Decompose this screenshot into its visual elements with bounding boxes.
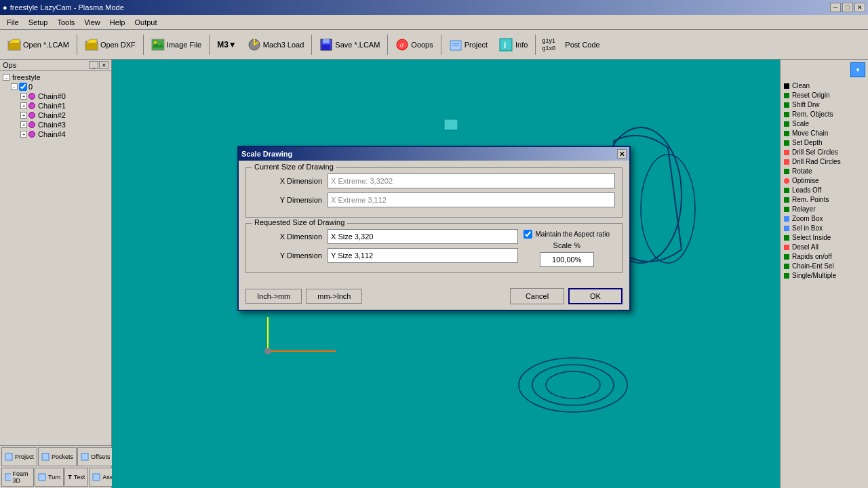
image-file-button[interactable]: Image File <box>146 33 206 57</box>
toolbar-divider-6 <box>441 35 441 55</box>
checkbox-0[interactable] <box>19 83 27 91</box>
right-top-area: ▼ <box>782 61 867 79</box>
svg-rect-47 <box>784 197 789 203</box>
post-code-button[interactable]: Post Code <box>560 33 604 57</box>
sel-in-box-button[interactable]: Sel in Box <box>782 224 867 232</box>
requested-x-input[interactable] <box>328 229 518 244</box>
list-item-chain3[interactable]: + Chain#3 <box>1 120 110 129</box>
tree-root[interactable]: - freestyle <box>1 73 110 82</box>
clean-button[interactable]: Clean <box>782 81 867 90</box>
text-tab[interactable]: T Text <box>64 468 88 487</box>
svg-rect-19 <box>42 453 49 460</box>
svg-rect-10 <box>322 45 330 50</box>
aspect-checkbox[interactable] <box>524 230 532 239</box>
requested-size-legend: Requested Size of Drawing <box>252 218 347 226</box>
dialog-close-button[interactable]: ✕ <box>617 149 627 159</box>
drill-rad-circles-label: Drill Rad Circles <box>792 158 841 165</box>
expand-0[interactable]: - <box>11 83 18 90</box>
optimise-button[interactable]: Optimise <box>782 176 867 185</box>
expand-root[interactable]: - <box>3 74 9 81</box>
cancel-button[interactable]: Cancel <box>510 288 564 304</box>
menu-view[interactable]: View <box>80 17 104 28</box>
panel-min-button[interactable]: _ <box>89 61 98 69</box>
inch-mm-button[interactable]: Inch->mm <box>245 289 302 304</box>
panel-close-button[interactable]: ✕ <box>99 61 108 69</box>
ooops-button[interactable]: ↺ Ooops <box>391 33 437 57</box>
close-window-button[interactable]: ✕ <box>854 3 865 12</box>
current-y-input[interactable] <box>328 192 615 207</box>
current-x-input[interactable] <box>328 174 615 188</box>
relayer-button[interactable]: Relayer <box>782 205 867 214</box>
expand-chain1[interactable]: + <box>20 102 27 109</box>
dialog-title: Scale Drawing <box>241 150 292 158</box>
rem-objects-button[interactable]: Rem. Objects <box>782 110 867 119</box>
svg-text:↺: ↺ <box>399 43 404 49</box>
minimize-button[interactable]: ─ <box>830 3 841 12</box>
project-button[interactable]: Project <box>444 33 492 57</box>
pockets-tab[interactable]: Pockets <box>38 447 77 466</box>
select-inside-button[interactable]: Select Inside <box>782 233 867 242</box>
info-button[interactable]: i Info <box>494 33 532 57</box>
right-top-btn1[interactable]: ▼ <box>850 62 865 77</box>
list-item-chain0[interactable]: + Chain#0 <box>1 92 110 101</box>
chain3-dot <box>28 121 35 128</box>
offsets-tab[interactable]: Offsets <box>77 447 113 466</box>
open-dxf-button[interactable]: Open DXF <box>80 33 140 57</box>
svg-rect-51 <box>784 235 789 241</box>
shift-drw-button[interactable]: Shift Drw <box>782 100 867 109</box>
scale-button[interactable]: Scale <box>782 119 867 128</box>
set-depth-button[interactable]: Set Depth <box>782 138 867 147</box>
menu-file[interactable]: File <box>3 17 23 28</box>
move-chain-button[interactable]: Move Chain <box>782 129 867 138</box>
ok-button[interactable]: OK <box>568 288 623 304</box>
scale-input[interactable] <box>540 252 594 267</box>
zoom-box-button[interactable]: Zoom Box <box>782 214 867 223</box>
maximize-button[interactable]: □ <box>842 3 853 12</box>
mach3-load-button[interactable]: Mach3 Load <box>243 33 309 57</box>
menu-setup[interactable]: Setup <box>24 17 52 28</box>
open-lcam-button[interactable]: Open *.LCAM <box>3 33 74 57</box>
chain-ent-sel-button[interactable]: Chain-Ent Sel <box>782 262 867 270</box>
current-size-group: Current Size of Drawing X Dimension Y Di… <box>245 167 623 218</box>
mm-inch-button[interactable]: mm->Inch <box>306 289 362 304</box>
foam3d-tab-icon <box>5 473 11 481</box>
drill-rad-circles-button[interactable]: Drill Rad Circles <box>782 157 867 166</box>
menu-tools[interactable]: Tools <box>53 17 79 28</box>
leads-off-button[interactable]: Leads Off <box>782 186 867 195</box>
drill-sel-circles-button[interactable]: Drill Sel Circles <box>782 148 867 157</box>
title-bar-buttons: ─ □ ✕ <box>830 3 865 12</box>
list-item-chain2[interactable]: + Chain#2 <box>1 110 110 120</box>
select-inside-label: Select Inside <box>792 234 831 241</box>
rotate-button[interactable]: Rotate <box>782 167 867 176</box>
tree-item-0[interactable]: - 0 <box>1 82 110 92</box>
expand-chain0[interactable]: + <box>20 93 27 100</box>
list-item-chain1[interactable]: + Chain#1 <box>1 101 110 110</box>
save-lcam-button[interactable]: Save *.LCAM <box>315 33 384 57</box>
text-tab-icon: T <box>68 474 72 481</box>
foam3d-tab[interactable]: Foam 3D <box>1 468 34 487</box>
list-item-chain4[interactable]: + Chain#4 <box>1 129 110 139</box>
menu-help[interactable]: Help <box>106 17 130 28</box>
expand-chain2[interactable]: + <box>20 112 27 119</box>
expand-chain4[interactable]: + <box>20 131 27 138</box>
svg-rect-53 <box>784 254 789 260</box>
desel-all-button[interactable]: Desel All <box>782 243 867 251</box>
svg-rect-4 <box>152 39 164 50</box>
chain0-dot <box>28 93 35 100</box>
menu-output[interactable]: Output <box>130 17 161 28</box>
svg-rect-44 <box>784 169 789 174</box>
single-multiple-button[interactable]: Single/Multiple <box>782 271 867 280</box>
toolbar-divider-2 <box>143 35 144 55</box>
rapids-on-off-button[interactable]: Rapids on/off <box>782 252 867 261</box>
offsets-tab-icon <box>81 453 89 461</box>
project-tab[interactable]: Project <box>1 447 37 466</box>
expand-chain3[interactable]: + <box>20 121 27 128</box>
requested-y-input[interactable] <box>328 248 518 263</box>
mach3-load-icon <box>248 38 261 52</box>
project-icon <box>449 38 462 52</box>
reset-origin-button[interactable]: Reset Origin <box>782 91 867 100</box>
svg-rect-55 <box>784 273 789 279</box>
rem-points-button[interactable]: Rem. Points <box>782 195 867 204</box>
turn-tab[interactable]: Turn <box>35 468 64 487</box>
relayer-dot <box>783 206 790 213</box>
